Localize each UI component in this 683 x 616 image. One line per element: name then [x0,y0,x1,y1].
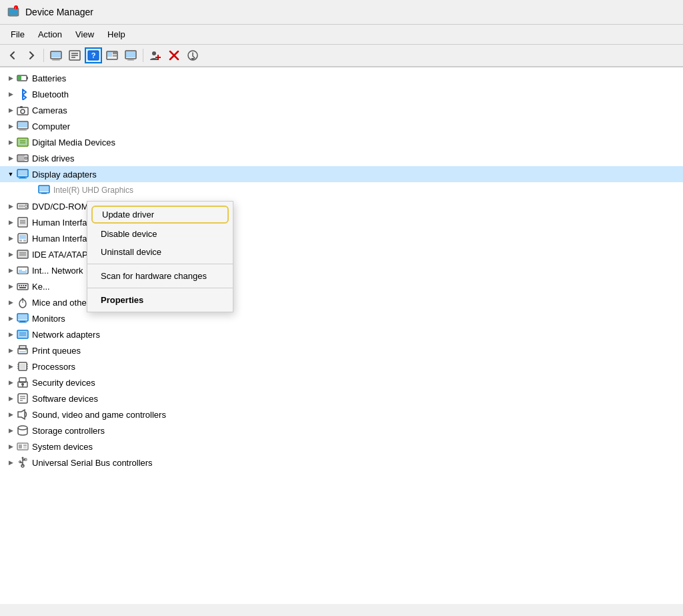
forward-button[interactable] [23,47,40,63]
label-monitors: Monitors [32,314,65,324]
expand-cameras[interactable]: ▶ [5,105,16,115]
expand-display-adapters[interactable]: ▼ [5,169,16,180]
context-menu-update-driver[interactable]: Update driver [91,206,229,224]
back-button[interactable] [4,47,21,63]
svg-rect-18 [113,52,117,54]
svg-rect-111 [19,444,22,448]
expand-storage-controllers[interactable]: ▶ [5,425,16,436]
tree-item-display-child[interactable]: ▶ Intel(R) UHD Graphics [0,182,683,198]
menu-view[interactable]: View [70,27,99,41]
svg-point-34 [21,109,25,113]
tree-item-disk-drives[interactable]: ▶ Disk drives [0,150,683,166]
label-bluetooth: Bluetooth [32,89,69,99]
expand-keyboards[interactable]: ▶ [5,281,16,292]
svg-rect-2 [11,15,16,16]
tree-item-batteries[interactable]: ▶ Batteries [0,70,683,86]
svg-rect-82 [20,321,25,322]
svg-rect-22 [129,59,133,60]
device-manager-button[interactable] [47,47,65,63]
label-intel: Int... Network [32,266,83,276]
svg-rect-17 [107,52,112,57]
expand-firmware[interactable]: ▶ [5,217,16,228]
expand-dvd[interactable]: ▶ [5,201,16,212]
tree-item-cameras[interactable]: ▶ Cameras [0,102,683,118]
context-menu: Update driver Disable device Uninstall d… [87,201,233,312]
icon-display-adapters [16,168,29,181]
device-info-button[interactable] [103,47,121,63]
svg-rect-86 [19,332,26,334]
svg-rect-41 [18,139,27,145]
svg-rect-50 [20,177,25,178]
expand-hid[interactable]: ▶ [5,233,16,244]
expand-software-devices[interactable]: ▶ [5,393,16,404]
expand-intel[interactable]: ▶ [5,265,16,276]
svg-rect-71 [17,284,28,290]
tree-item-bluetooth[interactable]: ▶ Bluetooth [0,86,683,102]
update-button[interactable] [184,47,201,63]
context-menu-scan-changes[interactable]: Scan for hardware changes [87,267,233,285]
icon-cameras [16,103,29,117]
tree-item-software-devices[interactable]: ▶ Software devices [0,390,683,406]
menu-help[interactable]: Help [102,27,131,41]
properties-button[interactable] [66,47,83,63]
svg-rect-38 [20,129,25,130]
tree-item-usb-controllers[interactable]: ▶ Universal Serial Bus controllers [0,454,683,471]
tree-item-processors[interactable]: ▶ Processors [0,358,683,374]
svg-rect-65 [23,240,26,242]
svg-rect-75 [25,285,27,286]
context-menu-properties[interactable]: Properties [87,291,233,309]
label-sound-video: Sound, video and game controllers [32,410,166,420]
tree-item-digital-media[interactable]: ▶ Digital Media Devices [0,134,683,150]
icon-bluetooth [16,87,29,101]
expand-security-devices[interactable]: ▶ [5,377,16,388]
expand-monitors[interactable]: ▶ [5,313,16,324]
svg-rect-112 [23,444,27,446]
tree-item-print-queues[interactable]: ▶ Print queues [0,342,683,358]
context-menu-sep-1 [87,264,233,264]
tree-item-security-devices[interactable]: ▶ Security devices [0,374,683,390]
label-system-devices: System devices [32,442,93,452]
icon-usb-controllers [16,456,29,469]
context-menu-uninstall-device[interactable]: Uninstall device [87,243,233,261]
tree-item-display-adapters[interactable]: ▼ Display adapters [0,166,683,182]
svg-marker-108 [18,410,25,419]
expand-bluetooth[interactable]: ▶ [5,89,16,99]
svg-rect-49 [18,170,27,176]
tree-item-computer[interactable]: ▶ Computer [0,118,683,134]
expand-ide[interactable]: ▶ [5,249,16,260]
expand-disk-drives[interactable]: ▶ [5,153,16,164]
tree-item-storage-controllers[interactable]: ▶ Storage controllers [0,422,683,438]
icon-system-devices [16,440,29,453]
svg-point-79 [22,298,24,300]
expand-processors[interactable]: ▶ [5,361,16,372]
expand-print-queues[interactable]: ▶ [5,345,16,356]
svg-rect-89 [19,346,26,349]
tree-item-system-devices[interactable]: ▶ System devices [0,438,683,454]
expand-usb-controllers[interactable]: ▶ [5,457,16,468]
icon-sound-video [16,408,29,421]
label-security-devices: Security devices [32,378,95,388]
tree-item-monitors[interactable]: ▶ Monitors [0,310,683,326]
expand-mice[interactable]: ▶ [5,297,16,308]
icon-ide [16,248,29,261]
tree-item-network-adapters[interactable]: ▶ Network adapters [0,326,683,342]
help-button[interactable]: ? [85,47,102,63]
expand-network-adapters[interactable]: ▶ [5,329,16,340]
expand-sound-video[interactable]: ▶ [5,409,16,420]
add-driver-button[interactable] [147,47,164,63]
context-menu-disable-device[interactable]: Disable device [87,225,233,243]
tree-item-sound-video[interactable]: ▶ Sound, video and game controllers [0,406,683,422]
menu-file[interactable]: File [5,27,30,41]
menu-action[interactable]: Action [33,27,67,41]
context-menu-sep-2 [87,288,233,288]
expand-computer[interactable]: ▶ [5,121,16,131]
remove-button[interactable] [165,47,183,63]
label-cameras: Cameras [32,105,67,115]
expand-batteries[interactable]: ▶ [5,73,16,83]
monitor-button[interactable] [122,47,139,63]
expand-system-devices[interactable]: ▶ [5,441,16,452]
svg-text:?: ? [91,51,96,59]
icon-firmware [16,216,29,229]
expand-digital-media[interactable]: ▶ [5,137,16,147]
icon-display-child [37,184,51,197]
